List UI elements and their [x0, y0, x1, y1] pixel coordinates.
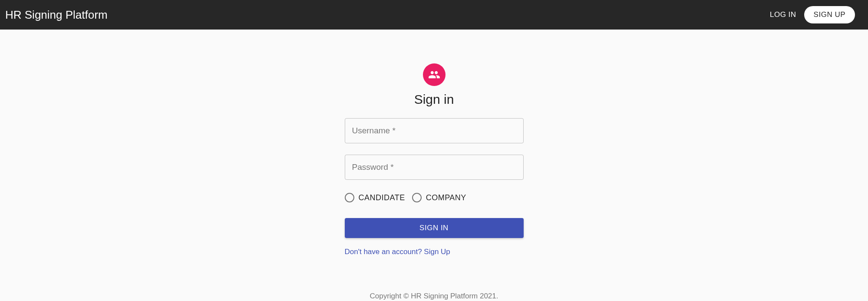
- signup-link[interactable]: Don't have an account? Sign Up: [345, 248, 524, 256]
- radio-candidate-label: CANDIDATE: [359, 193, 405, 202]
- role-radio-group: CANDIDATE COMPANY: [345, 193, 524, 202]
- signup-button[interactable]: SIGN UP: [804, 6, 855, 23]
- radio-icon: [345, 193, 354, 202]
- password-input[interactable]: [345, 155, 524, 180]
- username-input[interactable]: [345, 118, 524, 143]
- header-actions: LOG IN SIGN UP: [770, 6, 855, 23]
- signin-form: CANDIDATE COMPANY SIGN IN Don't have an …: [345, 118, 524, 256]
- signin-submit-button[interactable]: SIGN IN: [345, 218, 524, 238]
- radio-company-label: COMPANY: [426, 193, 466, 202]
- radio-icon: [412, 193, 422, 202]
- username-wrapper: [345, 118, 524, 143]
- app-title: HR Signing Platform: [5, 8, 108, 22]
- avatar-circle: [423, 63, 446, 86]
- footer-copyright: Copyright © HR Signing Platform 2021.: [370, 292, 498, 301]
- signin-title: Sign in: [414, 92, 454, 107]
- main-content: Sign in CANDIDATE COMPANY SIGN IN Don't …: [0, 30, 868, 301]
- radio-company[interactable]: COMPANY: [412, 193, 466, 202]
- app-header: HR Signing Platform LOG IN SIGN UP: [0, 0, 868, 30]
- radio-candidate[interactable]: CANDIDATE: [345, 193, 405, 202]
- login-button[interactable]: LOG IN: [770, 10, 796, 19]
- password-wrapper: [345, 155, 524, 180]
- people-icon: [428, 69, 440, 81]
